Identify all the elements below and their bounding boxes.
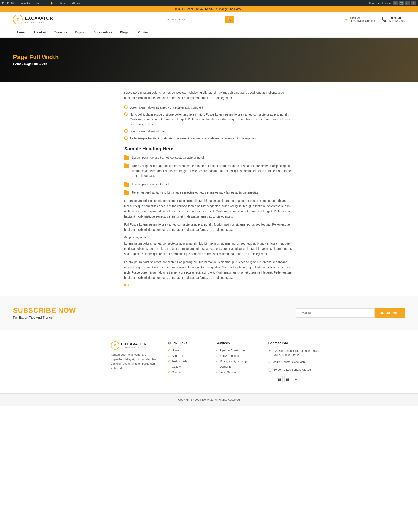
footer-contact-col: Contcat Info 📍 420 Old Decatur Rd Sagina… <box>268 341 320 383</box>
hero-overlay <box>0 38 418 82</box>
howdy-text: Howdy, luzuk_demo <box>369 2 391 4</box>
customize-link[interactable]: ✏ Customize <box>33 2 47 5</box>
copyright-text: Copyright @ 2024 Excavator All Rights Re… <box>178 398 240 401</box>
subscribe-title: SUBSCRIBE NOW <box>13 307 76 314</box>
footer-youtube-link[interactable]: ▶ <box>293 376 299 383</box>
hero-section: Page Full Width Home - Page Full Width <box>0 38 418 82</box>
list-item: Lorem ipsum dolor sit amet <box>124 129 294 133</box>
header-search-box[interactable]: 🔍 <box>164 16 234 23</box>
edit-page-link[interactable]: ✏ Edit Page <box>68 2 81 5</box>
email-input[interactable] <box>296 308 375 317</box>
body-para-3: Lorem ipsum dolor sit amet, consectetur … <box>124 241 294 256</box>
nav-home[interactable]: Home <box>13 27 29 37</box>
phone-label: Phone No : <box>389 16 405 19</box>
icon-list: Lorem ipsum dolor sit amet, consectetur … <box>124 155 294 195</box>
footer-link-about[interactable]: About us <box>172 354 183 357</box>
footer-pinterest-link[interactable]: 📷 <box>276 376 283 383</box>
service-link-snow[interactable]: Snow Removal <box>220 354 239 357</box>
subscribe-button[interactable]: SUBSCRIBE <box>375 308 405 317</box>
nav-shortcodes[interactable]: Shortcodes <box>90 27 116 37</box>
service-link-demolition[interactable]: Demolition <box>220 365 233 368</box>
footer-link-gallery[interactable]: Gallery <box>172 365 181 368</box>
circle-list-item-2: Nunc vel ligula in augue tristique pelle… <box>130 112 294 127</box>
footer-quick-links-col: Quick Links Home About us Testimonials G… <box>168 341 207 383</box>
linkedin-admin-link[interactable]: in <box>405 1 410 5</box>
footer-link-contact[interactable]: Contact <box>172 371 182 374</box>
footer-link-testimonials[interactable]: Testimonials <box>172 360 187 363</box>
my-sites-link[interactable]: My Sites <box>7 2 16 4</box>
wp-icon[interactable]: ⊞ <box>2 2 4 5</box>
service-link-mining[interactable]: Mining and Quarrying <box>220 360 247 363</box>
instagram-admin-link[interactable]: 📷 <box>399 1 404 5</box>
site-header: ⚙ EXCAVATOR LOREM IPSUM 🔍 ✉ Send Us Info… <box>0 12 418 27</box>
intro-text: Fusce Lorem ipsum dolor sit amet, consec… <box>124 90 294 101</box>
top-banner: Join Our Team. Are You Ready To Change T… <box>0 6 418 12</box>
circle-list-item-1: Lorem ipsum dolor sit amet, consectetur … <box>130 105 203 110</box>
admin-social-links: 𝕏 📷 in f <box>393 1 416 5</box>
nav-about[interactable]: About us <box>29 27 50 37</box>
footer-logo-text: EXCAVATOR LOREM IPSUM <box>121 342 147 349</box>
header-email: ✉ Send Us Info@mydomain.Com <box>345 16 375 23</box>
list-item: Mining and Quarrying <box>216 360 259 363</box>
facebook-admin-link[interactable]: f <box>411 1 416 5</box>
icon-list-text-1: Lorem ipsum dolor sit amet, consectetur … <box>132 155 205 160</box>
nav-contact[interactable]: Contact <box>134 27 153 37</box>
footer-hours-text: 10.00 – 18.00 Sunday Closed <box>274 367 311 372</box>
footer-address: 📍 420 Old Decatur Rd Saginaw Texas 76179… <box>268 349 320 357</box>
icon-list-text-3: Lorem ipsum dolor sit amet <box>132 182 169 187</box>
phone-value: 123-456-7890 <box>389 19 405 23</box>
footer-services-col: Services Pipeline Construction Snow Remo… <box>216 341 259 383</box>
icon-list-item: Lorem ipsum dolor sit amet, consectetur … <box>124 155 294 160</box>
search-button[interactable]: 🔍 <box>225 16 234 23</box>
icon-list-item: Lorem ipsum dolor sit amet <box>124 182 294 187</box>
logo-text: EXCAVATOR LOREM IPSUM <box>25 16 53 23</box>
footer-bottom: Copyright @ 2024 Excavator All Rights Re… <box>0 393 418 406</box>
footer-link-home[interactable]: Home <box>172 349 179 352</box>
circle-list-item-4: Pellentesque habitant morbi tristique se… <box>130 136 256 141</box>
twitter-admin-link[interactable]: 𝕏 <box>393 1 397 5</box>
nav-pages[interactable]: Pages <box>71 27 90 37</box>
list-item: Snow Removal <box>216 354 259 357</box>
footer-quick-links: Home About us Testimonials Gallery Conta… <box>168 349 207 374</box>
edit-link[interactable]: Edit <box>124 284 129 287</box>
folder-icon <box>124 190 129 195</box>
site-footer: ⚙ EXCAVATOR LOREM IPSUM Nullam eget lacu… <box>0 330 418 393</box>
clock-icon: 🕐 <box>268 368 271 373</box>
circle-bullet-icon <box>124 136 128 140</box>
main-nav: Home About us Services Pages Shortcodes … <box>0 27 418 38</box>
nav-blogs[interactable]: Blogs <box>116 27 134 37</box>
logo-area: ⚙ EXCAVATOR LOREM IPSUM <box>13 15 53 24</box>
design-label: design comparision <box>124 236 294 239</box>
search-input[interactable] <box>164 16 225 23</box>
list-item: Home <box>168 349 207 352</box>
admin-bar: ⊞ My Sites Excavator ✏ Customize 🔔 2 + N… <box>0 0 418 6</box>
new-link[interactable]: + New <box>58 2 65 4</box>
email-info: Send Us Info@mydomain.Com <box>350 16 375 23</box>
service-link-land[interactable]: Land Clearing <box>220 371 237 374</box>
phone-info: Phone No : 123-456-7890 <box>389 16 405 23</box>
service-link-pipeline[interactable]: Pipeline Construction <box>220 349 246 352</box>
folder-icon <box>124 182 129 187</box>
banner-text: Join Our Team. Are You Ready To Change T… <box>174 7 244 11</box>
notifications-link[interactable]: 🔔 2 <box>50 2 55 5</box>
icon-list-text-4: Pellentesque habitant morbi tristique se… <box>132 190 258 195</box>
hero-content: Page Full Width Home - Page Full Width <box>13 54 59 66</box>
footer-facebook-link[interactable]: f <box>268 376 274 383</box>
footer-instagram-link[interactable]: 📸 <box>284 376 291 383</box>
footer-contact-title: Contcat Info <box>268 341 320 345</box>
location-icon: 📍 <box>268 349 271 354</box>
footer-logo-icon: ⚙ <box>111 341 119 350</box>
list-item: Gallery <box>168 365 207 368</box>
list-item: About us <box>168 354 207 357</box>
breadcrumb: Home - Page Full Width <box>13 62 59 66</box>
list-item: Testimonials <box>168 360 207 363</box>
nav-services[interactable]: Services <box>50 27 71 37</box>
footer-services-list: Pipeline Construction Snow Removal Minin… <box>216 349 259 374</box>
footer-logo: ⚙ EXCAVATOR LOREM IPSUM <box>111 341 159 350</box>
icon-list-item: Nunc vel ligula in augue tristique pelle… <box>124 163 294 178</box>
excavator-link[interactable]: Excavator <box>19 2 30 4</box>
footer-logo-brand: EXCAVATOR <box>121 342 147 347</box>
admin-bar-left: ⊞ My Sites Excavator ✏ Customize 🔔 2 + N… <box>2 2 81 5</box>
icon-list-text-2: Nunc vel ligula in augue tristique pelle… <box>132 163 294 178</box>
subscribe-form: SUBSCRIBE <box>296 308 405 317</box>
